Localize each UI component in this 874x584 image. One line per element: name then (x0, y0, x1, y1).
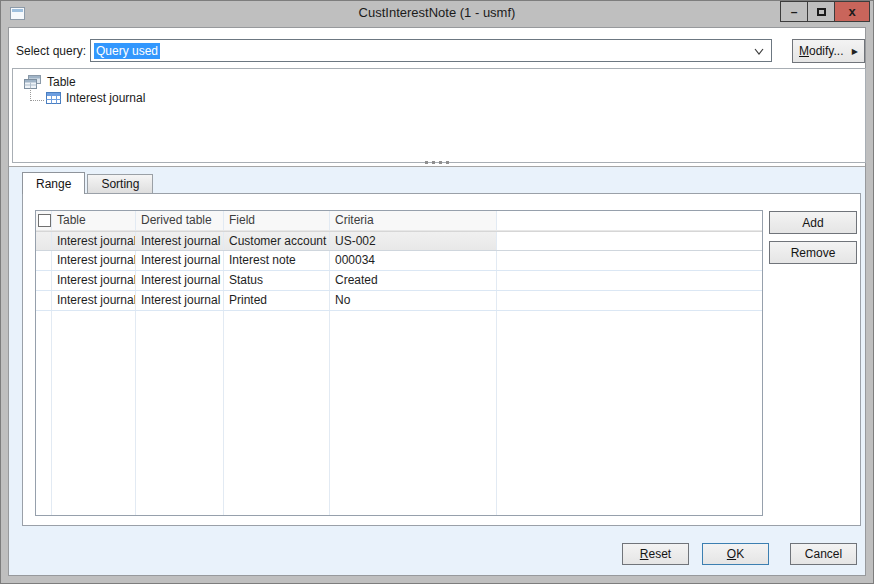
table-row[interactable]: Interest journal Interest journal Custom… (36, 231, 762, 251)
cell-empty[interactable] (497, 232, 762, 250)
submenu-arrow-icon: ▶ (852, 47, 858, 56)
ok-button[interactable]: OK (702, 543, 769, 565)
window-controls: – x (781, 1, 870, 22)
row-marker-cell[interactable] (36, 251, 52, 270)
tree-node-interest-journal[interactable]: Interest journal (30, 90, 865, 106)
query-combobox-value: Query used (94, 43, 160, 59)
cell-derived-table[interactable]: Interest journal (136, 271, 224, 290)
grid-actions: Add Remove (769, 211, 857, 264)
tab-sorting[interactable]: Sorting (87, 174, 153, 193)
row-marker-cell[interactable] (36, 232, 52, 250)
cell-empty[interactable] (497, 291, 762, 310)
chevron-down-icon (754, 46, 764, 56)
minimize-icon: – (791, 5, 798, 19)
range-tab-page: Table Derived table Field Criteria Inter… (22, 193, 861, 526)
add-button-label: Add (802, 216, 823, 230)
cell-criteria[interactable]: Created (330, 271, 497, 290)
modify-button-label: Modify... (799, 44, 843, 58)
criteria-grid: Table Derived table Field Criteria Inter… (35, 210, 763, 516)
close-icon: x (848, 4, 855, 19)
row-marker-cell[interactable] (36, 271, 52, 290)
cell-derived-table[interactable]: Interest journal (136, 232, 224, 250)
cell-derived-table[interactable]: Interest journal (136, 251, 224, 270)
table-icon (46, 92, 61, 104)
ok-button-label: OK (727, 547, 744, 561)
cell-criteria[interactable]: US-002 (330, 232, 497, 250)
cell-criteria[interactable]: No (330, 291, 497, 310)
title-bar: CustInterestNote (1 - usmf) – x (1, 1, 873, 27)
splitter-grip-icon (425, 161, 449, 164)
remove-button-label: Remove (791, 246, 836, 260)
remove-button[interactable]: Remove (769, 241, 857, 264)
select-all-checkbox[interactable] (38, 214, 51, 227)
tree-node-table[interactable]: Table (24, 74, 865, 90)
splitter[interactable] (9, 158, 865, 166)
window-title: CustInterestNote (1 - usmf) (1, 5, 873, 20)
maximize-icon (817, 8, 826, 16)
header-select-cell (36, 211, 52, 230)
column-header-derived-table[interactable]: Derived table (136, 211, 224, 230)
table-row[interactable]: Interest journal Interest journal Status… (36, 271, 762, 291)
cell-table[interactable]: Interest journal (52, 291, 136, 310)
column-header-table[interactable]: Table (52, 211, 136, 230)
close-button[interactable]: x (834, 1, 870, 22)
query-structure-tree: Table Interest journal (12, 68, 866, 163)
cell-table[interactable]: Interest journal (52, 251, 136, 270)
cell-derived-table[interactable]: Interest journal (136, 291, 224, 310)
tree-node-label: Interest journal (66, 91, 145, 105)
cell-field[interactable]: Printed (224, 291, 330, 310)
cancel-button-label: Cancel (805, 547, 842, 561)
column-header-empty (497, 211, 762, 230)
cell-table[interactable]: Interest journal (52, 271, 136, 290)
maximize-button[interactable] (807, 1, 835, 22)
tab-strip: Range Sorting (22, 172, 153, 193)
query-section: Select query: Query used Modify... ▶ (9, 28, 865, 167)
cell-field[interactable]: Interest note (224, 251, 330, 270)
add-button[interactable]: Add (769, 211, 857, 234)
table-row[interactable]: Interest journal Interest journal Intere… (36, 251, 762, 271)
cell-table[interactable]: Interest journal (52, 232, 136, 250)
tab-range[interactable]: Range (22, 172, 85, 194)
tree-connector (30, 88, 44, 101)
column-header-criteria[interactable]: Criteria (330, 211, 497, 230)
query-combobox[interactable]: Query used (90, 39, 772, 62)
reset-button-label: Reset (640, 547, 671, 561)
dialog-window: CustInterestNote (1 - usmf) – x Select q… (0, 0, 874, 584)
modify-button[interactable]: Modify... ▶ (792, 39, 865, 63)
cancel-button[interactable]: Cancel (790, 543, 857, 565)
select-query-label: Select query: (16, 44, 86, 58)
cell-empty[interactable] (497, 271, 762, 290)
tables-icon (24, 75, 42, 89)
criteria-section: Range Sorting Table Derived table Field (9, 167, 865, 575)
tab-range-label: Range (36, 177, 71, 191)
tab-sorting-label: Sorting (101, 177, 139, 191)
column-header-field[interactable]: Field (224, 211, 330, 230)
grid-empty-area[interactable] (36, 311, 762, 515)
cell-criteria[interactable]: 000034 (330, 251, 497, 270)
tree-node-label: Table (47, 75, 76, 89)
minimize-button[interactable]: – (780, 1, 808, 22)
cell-empty[interactable] (497, 251, 762, 270)
cell-field[interactable]: Status (224, 271, 330, 290)
grid-header-row: Table Derived table Field Criteria (36, 211, 762, 231)
dialog-footer: Reset OK Cancel (622, 543, 857, 565)
row-marker-cell[interactable] (36, 291, 52, 310)
cell-field[interactable]: Customer account (224, 232, 330, 250)
table-row[interactable]: Interest journal Interest journal Printe… (36, 291, 762, 311)
reset-button[interactable]: Reset (622, 543, 689, 565)
